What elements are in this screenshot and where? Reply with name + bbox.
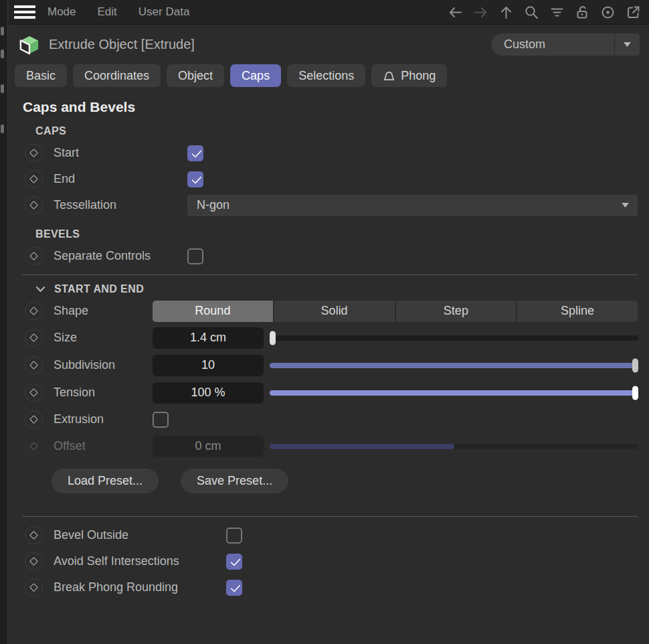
chevron-down-icon [622,203,629,208]
tab-label: Object [178,69,213,83]
tessellation-label: Tessellation [54,198,187,212]
tab-object[interactable]: Object [167,64,224,87]
shape-option-spline[interactable]: Spline [517,301,638,322]
tension-slider[interactable] [270,390,638,396]
tab-selections[interactable]: Selections [287,64,365,87]
filter-icon[interactable] [549,5,565,20]
menu-mode[interactable]: Mode [48,5,76,19]
shape-option-solid[interactable]: Solid [274,301,395,322]
size-label: Size [54,331,153,345]
subdivision-label: Subdivision [54,358,153,372]
caps-section-heading: CAPS [35,125,649,137]
tab-label: Caps [242,69,270,83]
preset-dropdown-button[interactable] [614,33,640,56]
row-end: End [9,166,649,192]
keyframe-diamond-icon[interactable] [25,329,43,347]
attribute-tabs: Basic Coordinates Object Caps Selections… [15,64,649,87]
bevels-section-heading: BEVELS [35,228,649,240]
back-icon[interactable] [448,5,463,20]
keyframe-diamond-icon[interactable] [25,247,43,265]
subdivision-slider[interactable] [270,363,638,368]
separate-controls-label: Separate Controls [54,249,187,263]
break-phong-rounding-checkbox[interactable] [226,580,242,596]
object-title: Extrude Object [Extrude] [49,37,195,52]
row-tessellation: Tessellation N-gon [9,192,649,218]
keyframe-diamond-icon[interactable] [25,410,43,428]
subdivision-slider-handle[interactable] [632,358,638,372]
row-separate-controls: Separate Controls [9,243,649,269]
size-value-field[interactable]: 1.4 cm [153,327,264,349]
tab-basic[interactable]: Basic [15,64,67,87]
tab-label: Coordinates [84,69,149,83]
keyframe-diamond-icon[interactable] [25,144,43,162]
section-divider [22,274,638,275]
keyframe-diamond-icon[interactable] [25,302,43,320]
keyframe-diamond-icon[interactable] [25,356,43,374]
tension-value-field[interactable]: 100 % [153,382,264,404]
row-extrusion: Extrusion [9,406,649,432]
edge-notch [1,84,4,93]
row-start: Start [9,140,649,166]
row-bevel-outside: Bevel Outside [9,522,649,548]
subdivision-value-field[interactable]: 10 [153,355,264,376]
chevron-down-icon [35,286,45,293]
tab-caps[interactable]: Caps [230,64,281,87]
keyframe-diamond-icon[interactable] [25,196,43,214]
tab-coordinates[interactable]: Coordinates [73,64,161,87]
save-preset-button[interactable]: Save Preset... [181,469,288,493]
tension-label: Tension [54,386,153,400]
bevel-outside-checkbox[interactable] [226,528,242,544]
separate-controls-checkbox[interactable] [187,248,203,264]
end-label: End [54,172,187,186]
shape-option-round[interactable]: Round [153,301,273,322]
open-external-icon[interactable] [626,5,641,20]
search-icon[interactable] [524,5,539,20]
menu-edit[interactable]: Edit [98,5,117,19]
tessellation-dropdown[interactable]: N-gon [187,195,638,216]
preset-select[interactable]: Custom [491,33,640,56]
edge-notch [1,50,4,58]
tab-phong[interactable]: Phong [371,64,447,87]
bevel-outside-label: Bevel Outside [54,528,226,542]
start-checkbox[interactable] [187,145,203,161]
tension-value: 100 % [191,386,225,400]
phong-icon [383,70,395,82]
end-checkbox[interactable] [187,171,203,187]
up-icon[interactable] [498,5,514,20]
extrusion-label: Extrusion [54,412,153,426]
size-slider[interactable] [270,335,638,341]
panel-edge-strip[interactable] [0,0,8,644]
shape-option-step[interactable]: Step [396,301,517,322]
lock-open-icon[interactable] [575,5,590,20]
size-value: 1.4 cm [190,331,226,345]
offset-slider [270,444,638,449]
keyframe-diamond-icon [25,437,43,455]
avoid-self-intersections-checkbox[interactable] [226,554,242,570]
start-and-end-group-header[interactable]: START AND END [35,283,649,295]
row-tension: Tension 100 % [9,379,649,406]
edge-notch [1,125,4,133]
avoid-self-intersections-label: Avoid Self Intersections [54,554,226,568]
size-slider-handle[interactable] [270,331,276,345]
row-size: Size 1.4 cm [9,324,649,351]
forward-icon[interactable] [473,5,488,20]
keyframe-diamond-icon[interactable] [25,578,43,596]
tension-slider-handle[interactable] [632,386,638,400]
row-avoid-self-intersections: Avoid Self Intersections [9,548,649,574]
keyframe-diamond-icon[interactable] [25,552,43,570]
tab-label: Basic [26,69,56,83]
load-preset-button[interactable]: Load Preset... [52,469,159,493]
row-subdivision: Subdivision 10 [9,351,649,379]
keyframe-diamond-icon[interactable] [25,170,43,188]
tab-label: Selections [298,69,354,83]
keyframe-diamond-icon[interactable] [25,384,43,402]
extrude-cube-icon [19,35,39,55]
target-icon[interactable] [600,5,616,20]
keyframe-diamond-icon[interactable] [25,526,43,544]
preset-value[interactable]: Custom [491,33,614,56]
tab-label: Phong [401,69,436,83]
hamburger-icon[interactable] [14,5,35,19]
extrusion-checkbox[interactable] [153,412,169,428]
menu-user-data[interactable]: User Data [138,5,190,19]
shape-segmented-control: Round Solid Step Spline [153,301,638,322]
